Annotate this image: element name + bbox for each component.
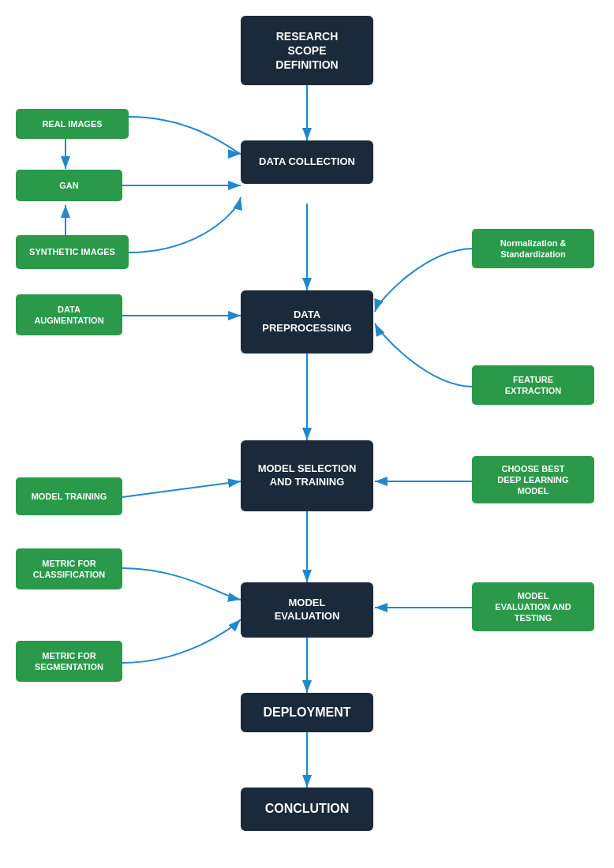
feature-extraction-label: FEATURE EXTRACTION [505, 374, 562, 397]
feature-extraction-box: FEATURE EXTRACTION [472, 365, 594, 405]
model-training-label: MODEL TRAINING [32, 491, 107, 502]
gan-label: GAN [59, 180, 78, 191]
conclusion-label: CONCLUTION [265, 801, 350, 817]
data-preprocessing-label: DATA PREPROCESSING [262, 309, 351, 335]
normalization-box: Normalization & Standardization [472, 229, 594, 268]
metric-classification-label: METRIC FOR CLASSIFICATION [33, 558, 105, 581]
conclusion-box: CONCLUTION [241, 788, 373, 831]
choose-best-label: CHOOSE BEST DEEP LEARNING MODEL [497, 463, 568, 497]
choose-best-box: CHOOSE BEST DEEP LEARNING MODEL [472, 456, 594, 503]
synthetic-images-label: SYNTHETIC IMAGES [29, 246, 115, 257]
model-selection-box: MODEL SELECTION AND TRAINING [241, 440, 373, 511]
model-eval-testing-box: MODEL EVALUATION AND TESTING [472, 582, 594, 631]
model-evaluation-label: MODEL EVALUATION [275, 597, 340, 623]
model-selection-label: MODEL SELECTION AND TRAINING [258, 462, 357, 489]
normalization-label: Normalization & Standardization [500, 238, 567, 260]
flowchart: RESEARCH SCOPE DEFINITION REAL IMAGES DA… [0, 0, 614, 868]
data-augmentation-box: DATA AUGMENTATION [16, 294, 122, 335]
data-collection-box: DATA COLLECTION [241, 140, 373, 184]
deployment-label: DEPLOYMENT [263, 705, 350, 721]
gan-box: GAN [16, 170, 122, 201]
data-collection-label: DATA COLLECTION [259, 155, 355, 169]
metric-segmentation-box: METRIC FOR SEGMENTATION [16, 641, 122, 682]
data-preprocessing-box: DATA PREPROCESSING [241, 290, 373, 354]
model-training-box: MODEL TRAINING [16, 477, 122, 515]
research-scope-label: RESEARCH SCOPE DEFINITION [275, 29, 338, 73]
metric-segmentation-label: METRIC FOR SEGMENTATION [35, 650, 103, 673]
svg-line-8 [122, 481, 241, 497]
real-images-box: REAL IMAGES [16, 109, 129, 139]
real-images-label: REAL IMAGES [42, 118, 102, 129]
model-eval-testing-label: MODEL EVALUATION AND TESTING [495, 590, 571, 624]
data-augmentation-label: DATA AUGMENTATION [34, 304, 103, 327]
synthetic-images-box: SYNTHETIC IMAGES [16, 235, 129, 269]
model-evaluation-box: MODEL EVALUATION [241, 582, 373, 638]
deployment-box: DEPLOYMENT [241, 693, 373, 732]
research-scope-box: RESEARCH SCOPE DEFINITION [241, 16, 373, 85]
metric-classification-box: METRIC FOR CLASSIFICATION [16, 548, 122, 589]
